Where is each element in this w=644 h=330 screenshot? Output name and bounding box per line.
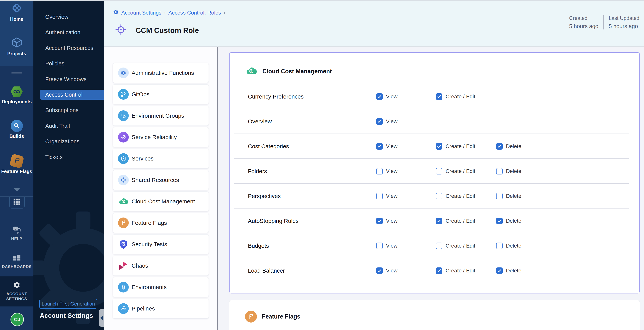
- rail-module-projects[interactable]: Projects: [0, 36, 34, 56]
- subnav-item-policies[interactable]: Policies: [34, 59, 104, 69]
- subnav-item-account-resources[interactable]: Account Resources: [34, 43, 104, 53]
- permission-cell: Create / Edit: [436, 84, 475, 109]
- resource-card-shared-resources[interactable]: Shared Resources: [113, 170, 209, 190]
- panel-header: Feature Flags: [245, 311, 300, 322]
- permission-cell: Create / Edit: [436, 233, 475, 258]
- cube-icon: [11, 36, 23, 49]
- permission-label: Create / Edit: [446, 243, 475, 249]
- checkbox-checked[interactable]: [436, 218, 442, 224]
- subnav-item-tickets[interactable]: Tickets: [34, 152, 104, 162]
- checkbox-checked[interactable]: [376, 218, 383, 224]
- rail-module-feature-flags[interactable]: Feature Flags: [0, 155, 34, 174]
- checkbox-checked[interactable]: [436, 143, 442, 149]
- subnav-item-freeze-windows[interactable]: Freeze Windows: [34, 74, 104, 84]
- checkbox-checked[interactable]: [376, 93, 383, 100]
- resource-card-feature-flags[interactable]: Feature Flags: [113, 213, 209, 233]
- permission-label: Create / Edit: [446, 143, 475, 149]
- resource-card-environment-groups[interactable]: Environment Groups: [113, 106, 209, 126]
- checkbox-unchecked[interactable]: [496, 168, 503, 175]
- resource-card-label: Cloud Cost Management: [132, 198, 195, 205]
- target-icon: [115, 24, 127, 36]
- help-chat-icon: ?: [13, 226, 21, 235]
- checkbox-unchecked[interactable]: [496, 243, 503, 249]
- subnav-collapse-button[interactable]: [99, 309, 104, 327]
- checkbox-unchecked[interactable]: [436, 243, 442, 249]
- breadcrumb-separator: ›: [224, 10, 225, 16]
- meta-label: Created: [569, 15, 598, 21]
- checkbox-checked[interactable]: [376, 267, 383, 274]
- resource-card-services[interactable]: Services: [113, 149, 209, 169]
- permission-row-label: Currency Preferences: [248, 84, 304, 109]
- checkbox-unchecked[interactable]: [436, 168, 442, 175]
- rail-module-home[interactable]: Home: [0, 2, 34, 22]
- rail-module-builds[interactable]: Builds: [0, 120, 34, 139]
- rail-module-label: Feature Flags: [1, 169, 32, 174]
- checkbox-unchecked[interactable]: [496, 193, 503, 199]
- permission-cell: Delete: [496, 159, 522, 184]
- permission-label: Delete: [506, 218, 522, 224]
- checkbox-unchecked[interactable]: [376, 243, 383, 249]
- breadcrumb-access-control-roles[interactable]: Access Control: Roles: [168, 10, 221, 16]
- subnav-item-audit-trail[interactable]: Audit Trail: [34, 121, 104, 131]
- panel-title: Feature Flags: [262, 313, 300, 320]
- resource-card-service-reliability[interactable]: Service Reliability: [113, 127, 209, 147]
- breadcrumb-account-settings[interactable]: Account Settings: [121, 10, 162, 16]
- launch-first-generation-button[interactable]: Launch First Generation: [39, 299, 97, 309]
- resource-card-environments[interactable]: Environments: [113, 277, 209, 297]
- permission-row-overview: Overview View: [230, 109, 640, 134]
- services-icon: [118, 153, 129, 164]
- checkbox-unchecked[interactable]: [376, 168, 383, 175]
- resource-card-gitops[interactable]: GitOps: [113, 84, 209, 104]
- permission-label: View: [386, 118, 398, 124]
- module-grid-icon: [14, 199, 20, 206]
- subnav-item-subscriptions[interactable]: Subscriptions: [34, 105, 104, 115]
- resource-card-security-tests[interactable]: Security Tests: [113, 234, 209, 254]
- checkbox-checked[interactable]: [376, 118, 383, 125]
- rail-module-deployments[interactable]: Deployments: [0, 86, 34, 104]
- resource-card-label: GitOps: [132, 91, 149, 98]
- checkbox-checked[interactable]: [436, 93, 442, 100]
- rail-account-settings-button[interactable]: ACCOUNTSETTINGS: [0, 281, 34, 301]
- module-grid-button[interactable]: [9, 197, 25, 209]
- resource-card-cloud-cost-management[interactable]: $Cloud Cost Management: [113, 192, 209, 211]
- resource-card-pipelines[interactable]: Pipelines: [113, 299, 209, 318]
- permission-label: Create / Edit: [446, 218, 475, 224]
- checkbox-unchecked[interactable]: [376, 193, 383, 199]
- harness-logo-icon: [11, 2, 23, 15]
- rail-help-button[interactable]: ? HELP: [0, 226, 34, 241]
- subnav-item-access-control[interactable]: Access Control: [40, 90, 104, 100]
- chaos-icon: [118, 260, 129, 271]
- checkbox-checked[interactable]: [496, 143, 503, 149]
- permission-row-budgets: Budgets View Create / Edit Delete: [230, 233, 640, 258]
- ccm-cloud-icon: $: [245, 65, 258, 78]
- permission-label: Delete: [506, 143, 522, 149]
- resource-category-column: Administrative Functions GitOps Environm…: [104, 47, 218, 330]
- checkbox-unchecked[interactable]: [436, 193, 442, 199]
- permission-row-label: Budgets: [248, 233, 269, 258]
- subnav-item-overview[interactable]: Overview: [34, 12, 104, 22]
- checkbox-checked[interactable]: [496, 267, 503, 274]
- environments-icon: [118, 282, 129, 292]
- permission-row-label: Folders: [248, 159, 267, 184]
- avatar[interactable]: CJ: [10, 313, 24, 326]
- feature-flags-panel: Feature Flags: [229, 300, 640, 330]
- pipelines-icon: [118, 303, 129, 314]
- meta-last-updated: Last Updated 5 hours ago: [609, 15, 640, 30]
- subnav-item-organizations[interactable]: Organizations: [34, 136, 104, 146]
- meta-divider: [603, 15, 604, 30]
- checkbox-checked[interactable]: [436, 267, 442, 274]
- rail-chevron[interactable]: [0, 188, 34, 192]
- permission-cell: View: [376, 209, 398, 233]
- checkbox-checked[interactable]: [496, 218, 503, 224]
- dashboards-icon: [13, 254, 21, 262]
- rail-dashboards-button[interactable]: DASHBOARDS: [0, 254, 34, 269]
- checkbox-checked[interactable]: [376, 143, 383, 149]
- permission-cell: Create / Edit: [436, 159, 475, 184]
- resource-card-chaos[interactable]: Chaos: [113, 256, 209, 276]
- permission-cell: View: [376, 184, 398, 209]
- environment-groups-icon: [118, 110, 129, 121]
- permission-cell: Delete: [496, 209, 522, 233]
- permission-row-cost-categories: Cost Categories View Create / Edit Delet…: [230, 134, 640, 159]
- subnav-item-authentication[interactable]: Authentication: [34, 27, 104, 37]
- resource-card-administrative-functions[interactable]: Administrative Functions: [113, 63, 209, 83]
